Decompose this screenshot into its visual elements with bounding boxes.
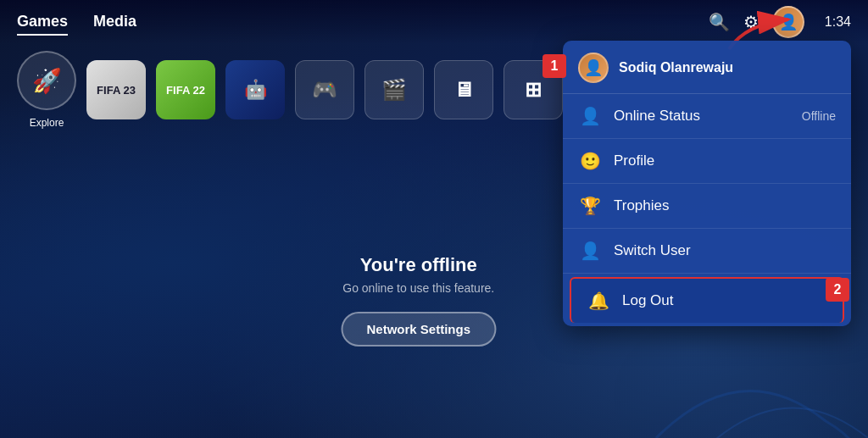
online-status-label: Online Status [614, 108, 790, 125]
offline-message: You're offline Go online to use this fea… [341, 254, 496, 347]
topbar-right: 🔍 ⚙ 👤 1:34 [709, 6, 851, 38]
games-row: 🚀 Explore FIFA 23 FIFA 22 🤖 🎮 🎬 🖥 ⊞ [17, 51, 563, 129]
menu-item-log-out[interactable]: 🔔 Log Out [570, 277, 844, 323]
avatar[interactable]: 👤 [772, 6, 804, 38]
profile-icon: 🙂 [578, 151, 602, 171]
media-icon: 🖥 [453, 78, 474, 102]
nav-tab-games[interactable]: Games [17, 9, 68, 36]
topbar: Games Media 🔍 ⚙ 👤 1:34 [0, 0, 868, 44]
explore-icon: 🚀 [17, 51, 76, 110]
fifa22-label: FIFA 22 [166, 84, 205, 97]
offline-subtitle: Go online to use this feature. [341, 281, 496, 295]
explore-label: Explore [30, 117, 64, 129]
controller-icon: 🎮 [312, 78, 337, 102]
game-icon-share-factory[interactable]: 🎬 [364, 60, 424, 119]
game-icon-astro[interactable]: 🤖 [225, 60, 285, 119]
game-icon-controller[interactable]: 🎮 [295, 60, 354, 119]
share-factory-icon: 🎬 [381, 78, 407, 102]
astro-icon: 🤖 [244, 79, 267, 101]
menu-avatar: 👤 [578, 53, 609, 83]
log-out-label: Log Out [622, 292, 827, 309]
switch-user-label: Switch User [614, 242, 836, 259]
online-status-value: Offline [802, 109, 836, 123]
menu-item-online-status[interactable]: 👤 Online Status Offline [563, 94, 851, 139]
step-label-2: 2 [826, 278, 849, 302]
game-icon-media[interactable]: 🖥 [434, 60, 493, 119]
online-status-icon: 👤 [578, 106, 602, 126]
search-icon[interactable]: 🔍 [709, 12, 730, 32]
log-out-icon: 🔔 [587, 291, 610, 311]
nav-tab-media[interactable]: Media [93, 9, 136, 36]
step-label-1: 1 [542, 54, 566, 78]
game-icon-fifa23[interactable]: FIFA 23 [86, 60, 146, 119]
network-settings-button[interactable]: Network Settings [341, 312, 496, 347]
settings-icon[interactable]: ⚙ [743, 12, 759, 32]
menu-header: 👤 Sodiq Olanrewaju [563, 41, 851, 94]
menu-item-trophies[interactable]: 🏆 Trophies [563, 184, 851, 229]
apps-icon: ⊞ [525, 78, 542, 102]
menu-item-profile[interactable]: 🙂 Profile [563, 139, 851, 184]
dropdown-menu: 👤 Sodiq Olanrewaju 👤 Online Status Offli… [563, 41, 851, 326]
nav-tabs: Games Media [17, 9, 709, 36]
offline-title: You're offline [341, 254, 496, 276]
game-icon-explore[interactable]: 🚀 Explore [17, 51, 76, 129]
menu-item-switch-user[interactable]: 👤 Switch User [563, 229, 851, 274]
switch-user-icon: 👤 [578, 241, 602, 261]
profile-label: Profile [614, 152, 836, 169]
trophies-icon: 🏆 [578, 196, 602, 216]
game-icon-fifa22[interactable]: FIFA 22 [156, 60, 215, 119]
menu-username: Sodiq Olanrewaju [619, 60, 733, 75]
trophies-label: Trophies [614, 197, 836, 214]
time-display: 1:34 [825, 14, 851, 30]
fifa23-label: FIFA 23 [97, 84, 136, 97]
